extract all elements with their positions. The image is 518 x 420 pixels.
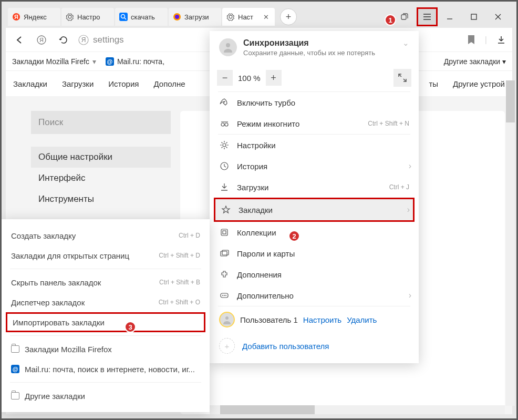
sync-section[interactable]: Синхронизация Сохраните данные, чтобы их… xyxy=(210,31,419,64)
settings-tab-addons[interactable]: Дополне xyxy=(153,79,185,88)
star-icon xyxy=(221,204,231,215)
chevron-right-icon: › xyxy=(409,291,411,300)
new-tab-button[interactable]: + xyxy=(280,8,297,25)
annotation-badge-1: 1 xyxy=(385,14,396,26)
menu-item-incognito[interactable]: Режим инкогнитоCtrl + Shift + N xyxy=(210,113,419,134)
close-icon[interactable]: ✕ xyxy=(263,13,271,21)
folder-icon xyxy=(11,392,19,399)
svg-point-23 xyxy=(225,123,228,126)
search-input[interactable]: Поиск xyxy=(31,111,171,134)
submenu-firefox-folder[interactable]: Закладки Mozilla Firefox xyxy=(2,339,210,359)
yandex-url-icon: Я xyxy=(78,35,89,45)
bookmark-item-mail[interactable]: @Mail.ru: почта, xyxy=(106,57,164,66)
tab-download-search[interactable]: скачать xyxy=(115,8,168,26)
bookmark-flag-icon[interactable] xyxy=(467,35,475,45)
shield-button[interactable]: Я xyxy=(34,33,49,47)
vertical-scrollbar[interactable] xyxy=(506,80,515,406)
bookmark-item-firefox[interactable]: Закладки Mozilla Firefc▾ xyxy=(12,57,96,66)
sidebar-item-general[interactable]: Общие настройки xyxy=(31,147,171,168)
main-menu-button[interactable] xyxy=(418,9,436,25)
fullscreen-button[interactable] xyxy=(393,69,411,87)
sync-subtitle: Сохраните данные, чтобы их не потерять xyxy=(243,49,375,57)
user-configure-link[interactable]: Настроить xyxy=(303,315,341,324)
svg-point-32 xyxy=(224,295,225,296)
tab-firefox[interactable]: Загрузи xyxy=(169,8,221,26)
submenu-other-bookmarks[interactable]: Другие закладки xyxy=(2,386,210,406)
submenu-bookmark-manager[interactable]: Диспетчер закладокCtrl + Shift + O xyxy=(2,292,210,312)
tab-settings-1[interactable]: Настро xyxy=(61,8,114,26)
svg-point-34 xyxy=(225,316,229,320)
reload-button[interactable] xyxy=(56,33,71,47)
zoom-in-button[interactable]: + xyxy=(266,70,282,86)
menu-item-bookmarks[interactable]: Закладки› xyxy=(215,199,413,220)
annotation-badge-2: 2 xyxy=(288,230,300,242)
settings-tab-bookmarks[interactable]: Закладки xyxy=(13,79,47,88)
more-icon xyxy=(219,290,230,301)
horizontal-scrollbar[interactable] xyxy=(210,405,505,414)
minimize-button[interactable] xyxy=(438,8,462,26)
chevron-down-icon: ⌄ xyxy=(402,38,409,48)
tab-label: Наст xyxy=(238,13,253,21)
settings-tab-devices[interactable]: Другие устрой xyxy=(453,79,505,88)
tab-settings-active[interactable]: Наст ✕ xyxy=(222,8,275,26)
back-button[interactable] xyxy=(12,33,27,47)
tab-yandex[interactable]: Я Яндекс xyxy=(8,8,60,26)
history-icon xyxy=(219,161,230,171)
svg-text:Я: Я xyxy=(81,36,86,44)
gear-icon xyxy=(226,13,235,21)
tab-label: Яндекс xyxy=(24,13,47,21)
menu-item-passwords[interactable]: Пароли и карты xyxy=(210,243,419,264)
submenu-mailru[interactable]: @Mail.ru: почта, поиск в интернете, ново… xyxy=(2,359,210,379)
maximize-button[interactable] xyxy=(462,8,486,26)
main-menu-button-highlight xyxy=(417,7,438,26)
submenu-import-bookmarks[interactable]: Импортировать закладки xyxy=(6,312,205,332)
download-icon xyxy=(219,182,230,192)
menu-item-more[interactable]: Дополнительно› xyxy=(210,285,419,306)
svg-rect-29 xyxy=(222,250,229,255)
settings-tab-downloads[interactable]: Загрузки xyxy=(62,79,94,88)
settings-tab-history[interactable]: История xyxy=(108,79,139,88)
submenu-hide-bar[interactable]: Скрыть панель закладокCtrl + Shift + B xyxy=(2,272,210,292)
submenu-create-bookmark[interactable]: Создать закладкуCtrl + D xyxy=(2,226,210,245)
user-row: Пользователь 1 Настроить Удалить xyxy=(210,306,419,333)
cards-icon xyxy=(219,248,230,259)
svg-point-33 xyxy=(225,295,226,296)
add-user-button[interactable]: + Добавить пользователя xyxy=(210,333,419,363)
user-name: Пользователь 1 xyxy=(240,315,298,324)
svg-rect-26 xyxy=(221,229,227,235)
copy-url-button[interactable] xyxy=(392,8,417,26)
user-delete-link[interactable]: Удалить xyxy=(347,315,377,324)
settings-tab-ty[interactable]: ты xyxy=(429,79,438,88)
submenu-bookmarks-open-pages[interactable]: Закладки для открытых страницCtrl + Shif… xyxy=(2,245,210,265)
incognito-icon xyxy=(219,118,230,129)
mail-icon: @ xyxy=(11,365,19,373)
download-icon[interactable] xyxy=(496,35,506,45)
other-bookmarks[interactable]: Другие закладки ▾ xyxy=(444,57,506,66)
sidebar-item-tools[interactable]: Инструменты xyxy=(31,189,171,210)
firefox-icon xyxy=(173,13,181,21)
url-text: settings xyxy=(93,35,124,45)
menu-item-collections[interactable]: Коллекции xyxy=(210,222,419,243)
yandex-icon: Я xyxy=(12,13,20,21)
user-avatar-icon xyxy=(219,312,235,327)
menu-item-settings[interactable]: Настройки xyxy=(210,135,419,156)
menu-item-downloads[interactable]: ЗагрузкиCtrl + J xyxy=(210,177,419,198)
rocket-icon xyxy=(219,97,230,108)
menu-item-history[interactable]: История› xyxy=(210,156,419,177)
svg-rect-7 xyxy=(401,15,406,19)
menu-item-turbo[interactable]: Включить турбо xyxy=(210,92,419,113)
sidebar-item-interface[interactable]: Интерфейс xyxy=(31,168,171,189)
search-icon xyxy=(119,13,128,21)
plus-icon: + xyxy=(219,338,235,354)
folder-icon xyxy=(11,345,19,353)
gear-icon xyxy=(66,13,74,21)
tab-bar: Я Яндекс Настро скачать Загрузи Наст ✕ + xyxy=(6,6,512,28)
window-close-button[interactable] xyxy=(486,8,510,26)
menu-item-addons[interactable]: Дополнения xyxy=(210,264,419,285)
chevron-right-icon: › xyxy=(407,205,410,214)
svg-rect-28 xyxy=(221,251,227,256)
sync-title: Синхронизация xyxy=(243,38,309,47)
collections-icon xyxy=(219,227,230,238)
svg-rect-2 xyxy=(119,13,128,21)
zoom-out-button[interactable]: − xyxy=(217,70,233,86)
